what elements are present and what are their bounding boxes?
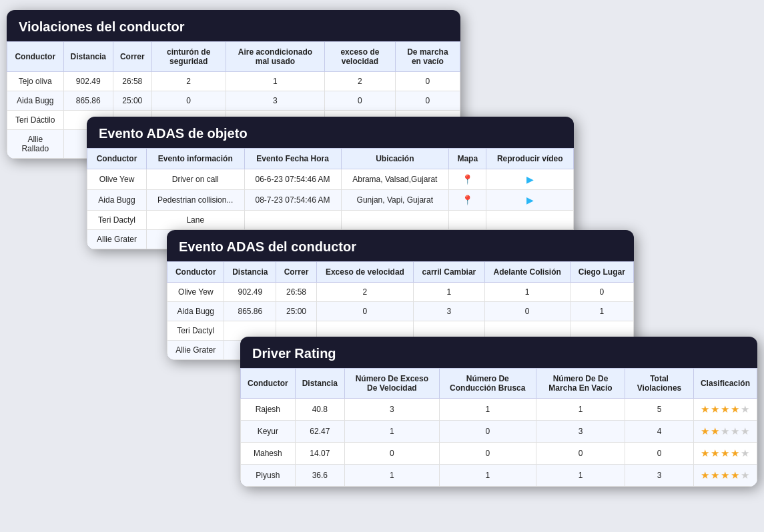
map-pin-icon: 📍: [462, 174, 473, 185]
table-cell: 3: [414, 302, 484, 321]
table-cell: Tejo oliva: [7, 72, 64, 91]
col-header: Adelante Colisión: [484, 262, 570, 283]
star-filled-icon: ★: [711, 425, 719, 437]
table-cell: Aida Bugg: [167, 302, 224, 321]
table-cell: Teri Dactyl: [167, 321, 224, 341]
star-rating: ★★★★★: [693, 443, 757, 465]
table-cell: 2: [325, 72, 396, 91]
table-cell: 1: [414, 283, 484, 302]
table-cell: 25:00: [113, 91, 151, 111]
table-cell: 0: [484, 302, 570, 321]
col-header: Conductor: [167, 262, 224, 283]
table-cell: Lane: [147, 211, 245, 230]
col-header: cinturón de seguridad: [151, 42, 226, 72]
table-cell: 5: [625, 399, 694, 421]
table-row: Teri DactylLane: [87, 211, 574, 230]
star-filled-icon: ★: [721, 469, 729, 481]
table-cell: 0: [316, 302, 414, 321]
table-cell: 0: [536, 443, 625, 465]
table-cell: Teri Dactyl: [87, 211, 147, 230]
table-row: Aida Bugg865.8625:000301: [167, 302, 634, 321]
col-header: Distancia: [295, 369, 344, 399]
table-cell: Aida Bugg: [7, 91, 64, 111]
table-cell: 902.49: [63, 72, 113, 91]
star-filled-icon: ★: [701, 447, 709, 459]
star-filled-icon: ★: [721, 403, 729, 415]
card-adas-objeto-title: Evento ADAS de objeto: [87, 117, 574, 148]
table-cell: Aida Bugg: [87, 190, 147, 211]
star-rating: ★★★★★: [693, 399, 757, 421]
card-adas-conductor-title: Evento ADAS del conductor: [167, 230, 634, 261]
star-filled-icon: ★: [721, 447, 729, 459]
play-icon[interactable]: ▶: [526, 174, 534, 185]
col-header: Correr: [113, 42, 151, 72]
star-filled-icon: ★: [701, 469, 709, 481]
table-cell: [244, 211, 341, 230]
col-header: exceso de velocidad: [325, 42, 396, 72]
table-cell: 1: [536, 399, 625, 421]
table-cell: 865.86: [63, 91, 113, 111]
table-cell: 902.49: [224, 283, 276, 302]
table-cell: [341, 211, 449, 230]
table-cell: 1: [345, 421, 440, 443]
star-rating: ★★★★★: [693, 465, 757, 487]
table-cell: Olive Yew: [87, 169, 147, 190]
table-cell: Driver on call: [147, 169, 245, 190]
col-header: Clasificación: [693, 369, 757, 399]
col-header: Número De De Marcha En Vacío: [536, 369, 625, 399]
star-filled-icon: ★: [701, 425, 709, 437]
star-empty-icon: ★: [741, 469, 749, 481]
col-header: Ubicación: [341, 149, 449, 169]
table-cell: 1: [570, 302, 633, 321]
table-cell: 62.47: [295, 421, 344, 443]
table-row: Rajesh40.83115★★★★★: [241, 399, 757, 421]
table-cell: [486, 211, 574, 230]
table-row: Olive YewDriver on call06-6-23 07:54:46 …: [87, 169, 574, 190]
table-cell: Allie Grater: [167, 341, 224, 360]
table-cell: Allie Grater: [87, 230, 147, 249]
table-cell: Allie Rallado: [7, 130, 64, 159]
table-cell: 0: [345, 443, 440, 465]
play-icon[interactable]: ▶: [526, 195, 534, 205]
table-cell: Gunjan, Vapi, Gujarat: [341, 190, 449, 211]
table-cell: 1: [345, 465, 440, 487]
star-filled-icon: ★: [711, 403, 719, 415]
col-header: Correr: [276, 262, 316, 283]
table-cell: 0: [439, 443, 536, 465]
table-cell: 0: [325, 91, 396, 111]
star-empty-icon: ★: [721, 425, 729, 437]
table-cell: 0: [395, 91, 460, 111]
col-header: Mapa: [449, 149, 486, 169]
table-cell: Teri Dáctilo: [7, 111, 64, 130]
star-empty-icon: ★: [741, 447, 749, 459]
table-row: Aida Bugg865.8625:000300: [7, 91, 460, 111]
col-header: Distancia: [224, 262, 276, 283]
table-cell: 36.6: [295, 465, 344, 487]
table-cell: 3: [536, 421, 625, 443]
col-header: Distancia: [63, 42, 113, 72]
table-cell: 06-6-23 07:54:46 AM: [244, 169, 341, 190]
col-header: De marcha en vacío: [395, 42, 460, 72]
table-cell: Olive Yew: [167, 283, 224, 302]
table-cell: 0: [395, 72, 460, 91]
table-cell: 3: [226, 91, 324, 111]
star-empty-icon: ★: [741, 403, 749, 415]
table-cell: 865.86: [224, 302, 276, 321]
table-cell: Mahesh: [241, 443, 296, 465]
table-cell: Abrama, Valsad,Gujarat: [341, 169, 449, 190]
table-cell: Keyur: [241, 421, 296, 443]
table-cell: 0: [625, 443, 694, 465]
table-cell: 26:58: [276, 283, 316, 302]
col-header: Número De Conducción Brusca: [439, 369, 536, 399]
col-header: carril Cambiar: [414, 262, 484, 283]
star-filled-icon: ★: [711, 469, 719, 481]
table-cell: 1: [226, 72, 324, 91]
card-violaciones-title: Violaciones del conductor: [7, 10, 460, 41]
driver-rating-table: ConductorDistanciaNúmero De Exceso De Ve…: [240, 368, 757, 487]
table-cell: 25:00: [276, 302, 316, 321]
star-filled-icon: ★: [711, 447, 719, 459]
table-cell: 0: [151, 91, 226, 111]
card-driver-rating: Driver Rating ConductorDistanciaNúmero D…: [240, 337, 757, 487]
table-row: Aida BuggPedestrian collision...08-7-23 …: [87, 190, 574, 211]
col-header: Conductor: [7, 42, 64, 72]
